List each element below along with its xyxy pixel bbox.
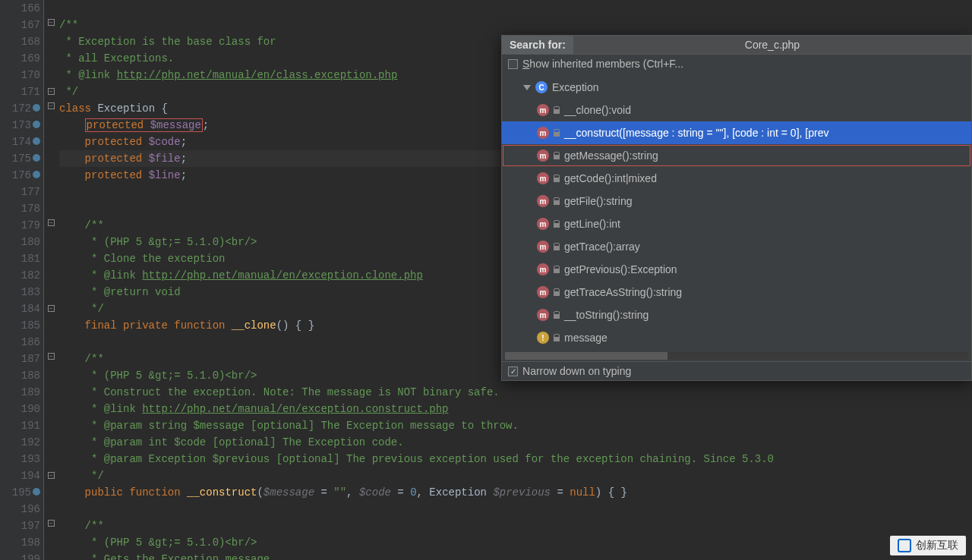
line-number[interactable]: 187 bbox=[0, 351, 40, 367]
line-number[interactable]: 191 bbox=[0, 417, 40, 434]
fold-toggle-icon[interactable]: − bbox=[48, 102, 55, 109]
fold-toggle-icon[interactable]: − bbox=[48, 520, 55, 527]
member-list[interactable]: CException__clone():void__construct([mes… bbox=[502, 73, 971, 352]
line-number[interactable]: 190 bbox=[0, 401, 40, 417]
tree-member-row[interactable]: __toString():string bbox=[502, 304, 971, 326]
tree-class-row[interactable]: CException bbox=[502, 76, 971, 99]
tree-member-row[interactable]: getCode():int|mixed bbox=[502, 167, 971, 190]
line-number[interactable]: 189 bbox=[0, 384, 40, 401]
method-icon bbox=[537, 104, 549, 116]
tree-member-row[interactable]: getFile():string bbox=[502, 190, 971, 212]
tree-member-row[interactable]: getTraceAsString():string bbox=[502, 281, 971, 304]
lock-icon bbox=[554, 243, 560, 250]
line-number[interactable]: 179 bbox=[0, 217, 40, 234]
line-number[interactable]: 186 bbox=[0, 334, 40, 351]
code-line[interactable] bbox=[59, 0, 774, 17]
tree-member-row[interactable]: getPrevious():Exception bbox=[502, 258, 971, 281]
code-token: * Gets the Exception message bbox=[59, 553, 270, 560]
line-number[interactable]: 194 bbox=[0, 467, 40, 484]
tree-member-row[interactable]: __construct([message : string = ""], [co… bbox=[502, 121, 971, 144]
line-number[interactable]: 199 bbox=[0, 551, 40, 560]
code-token: * Clone the exception bbox=[59, 253, 225, 265]
fold-toggle-icon[interactable]: − bbox=[48, 219, 55, 226]
line-number[interactable]: 166 bbox=[0, 0, 40, 17]
line-number[interactable]: 192 bbox=[0, 434, 40, 451]
code-line[interactable]: * @param Exception $previous [optional] … bbox=[59, 451, 774, 467]
line-number[interactable]: 181 bbox=[0, 250, 40, 267]
watermark: 创新互联 bbox=[890, 536, 966, 555]
code-line[interactable]: − */ bbox=[59, 467, 774, 484]
line-number[interactable]: 170 bbox=[0, 67, 40, 83]
override-marker-icon[interactable] bbox=[33, 171, 40, 178]
show-inherited-checkbox[interactable] bbox=[508, 59, 518, 69]
line-number[interactable]: 193 bbox=[0, 451, 40, 467]
code-token: $message bbox=[150, 119, 201, 131]
code-token bbox=[59, 169, 85, 181]
code-token: $line bbox=[149, 169, 181, 181]
line-number[interactable]: 173 bbox=[0, 117, 40, 134]
line-number[interactable]: 175 bbox=[0, 150, 40, 167]
code-token: public function bbox=[85, 486, 187, 499]
code-token: /** bbox=[59, 219, 104, 231]
code-line[interactable]: * @param int $code [optional] The Except… bbox=[59, 434, 774, 451]
watermark-logo-icon bbox=[898, 539, 911, 552]
fold-toggle-icon[interactable]: − bbox=[48, 19, 55, 26]
line-number[interactable]: 172 bbox=[0, 100, 40, 117]
code-line[interactable]: − /** bbox=[59, 518, 774, 534]
code-token: null bbox=[570, 486, 595, 499]
line-number-gutter[interactable]: 1661671681691701711721731741751761771781… bbox=[0, 0, 44, 560]
line-number[interactable]: 178 bbox=[0, 200, 40, 217]
fold-toggle-icon[interactable]: − bbox=[48, 472, 55, 479]
line-number[interactable]: 198 bbox=[0, 534, 40, 551]
code-line[interactable]: * (PHP 5 &gt;= 5.1.0)<br/> bbox=[59, 534, 774, 551]
override-marker-icon[interactable] bbox=[33, 154, 40, 162]
line-number[interactable]: 177 bbox=[0, 184, 40, 200]
line-number[interactable]: 182 bbox=[0, 267, 40, 284]
line-number[interactable]: 197 bbox=[0, 518, 40, 534]
code-line[interactable]: −/** bbox=[59, 17, 774, 33]
code-token: * (PHP 5 &gt;= 5.1.0)<br/> bbox=[59, 236, 257, 248]
line-number[interactable]: 180 bbox=[0, 234, 40, 250]
code-line[interactable]: * Construct the exception. Note: The mes… bbox=[59, 384, 774, 401]
code-line[interactable] bbox=[59, 501, 774, 518]
horizontal-scrollbar[interactable] bbox=[505, 352, 968, 360]
line-number[interactable]: 174 bbox=[0, 134, 40, 150]
override-marker-icon[interactable] bbox=[33, 488, 40, 496]
show-inherited-row[interactable]: Show inherited members (Ctrl+F... bbox=[502, 55, 971, 73]
code-line[interactable]: * @param string $message [optional] The … bbox=[59, 417, 774, 434]
lock-icon bbox=[554, 266, 560, 273]
tree-member-row[interactable]: getMessage():string bbox=[502, 144, 971, 167]
line-number[interactable]: 185 bbox=[0, 317, 40, 334]
tree-member-row[interactable]: __clone():void bbox=[502, 99, 971, 121]
line-number[interactable]: 184 bbox=[0, 300, 40, 317]
override-marker-icon[interactable] bbox=[33, 121, 40, 128]
tree-member-row[interactable]: getLine():int bbox=[502, 212, 971, 235]
code-line[interactable]: public function __construct($message = "… bbox=[59, 484, 774, 501]
popup-footer: ✓ Narrow down on typing bbox=[502, 361, 971, 380]
line-number[interactable]: 188 bbox=[0, 367, 40, 384]
code-token: * @return void bbox=[59, 286, 181, 298]
line-number[interactable]: 167 bbox=[0, 17, 40, 33]
line-number[interactable]: 169 bbox=[0, 50, 40, 67]
code-token: ; bbox=[181, 153, 187, 165]
fold-toggle-icon[interactable]: − bbox=[48, 353, 55, 360]
expand-icon[interactable] bbox=[523, 85, 531, 90]
line-number[interactable]: 171 bbox=[0, 83, 40, 100]
override-marker-icon[interactable] bbox=[33, 137, 40, 145]
line-number[interactable]: 183 bbox=[0, 284, 40, 300]
fold-toggle-icon[interactable]: − bbox=[48, 88, 55, 95]
line-number[interactable]: 195 bbox=[0, 484, 40, 501]
narrow-checkbox[interactable]: ✓ bbox=[508, 367, 518, 376]
lock-icon bbox=[554, 288, 560, 296]
override-marker-icon[interactable] bbox=[33, 104, 40, 112]
code-line[interactable]: * Gets the Exception message bbox=[59, 551, 774, 560]
tree-member-row[interactable]: getTrace():array bbox=[502, 235, 971, 258]
member-label: __construct([message : string = ""], [co… bbox=[564, 127, 828, 139]
fold-toggle-icon[interactable]: − bbox=[48, 305, 55, 312]
tree-member-row[interactable]: message bbox=[502, 326, 971, 349]
line-number[interactable]: 196 bbox=[0, 501, 40, 518]
code-line[interactable]: * @link http://php.net/manual/en/excepti… bbox=[59, 401, 774, 417]
line-number[interactable]: 176 bbox=[0, 167, 40, 184]
scrollbar-thumb[interactable] bbox=[505, 352, 667, 360]
line-number[interactable]: 168 bbox=[0, 33, 40, 50]
